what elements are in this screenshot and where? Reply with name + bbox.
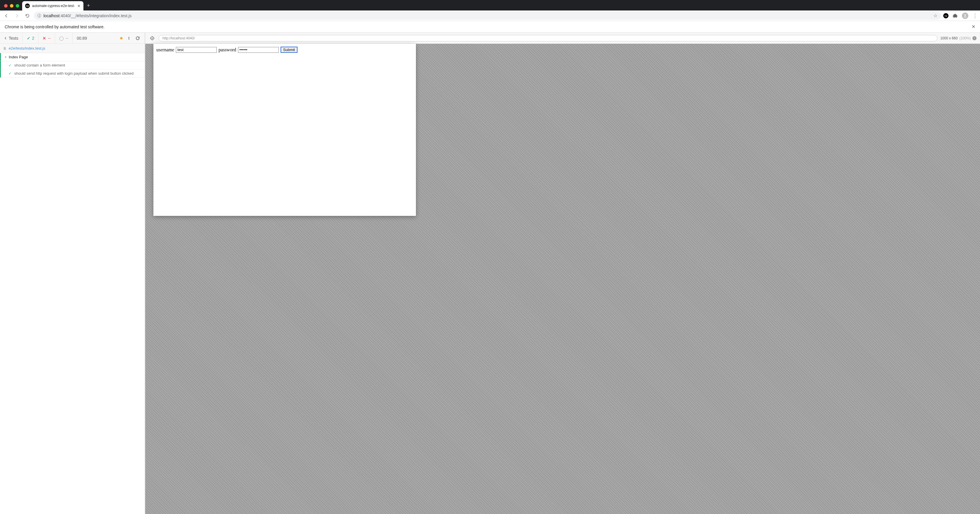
maximize-window-icon[interactable] [16, 4, 19, 8]
close-window-icon[interactable] [4, 4, 8, 8]
suite-title: Index Page [9, 55, 28, 59]
status-dot-icon [120, 37, 123, 40]
reload-button[interactable] [23, 12, 32, 19]
test-row[interactable]: ✓ should send http request with login pa… [0, 69, 145, 78]
submit-button[interactable]: Submit [281, 47, 298, 53]
browser-tab-bar: cy automate-cypress-e2e-test-or ✕ + [0, 0, 980, 11]
spec-file-row[interactable]: e2e/tests/index.test.js [0, 44, 145, 53]
login-form: username password Submit [153, 44, 416, 56]
pending-count: ◯ -- [55, 33, 73, 43]
cypress-favicon-icon: cy [25, 3, 30, 8]
svg-rect-1 [129, 37, 129, 39]
circle-icon: ◯ [59, 36, 64, 41]
test-title: should send http request with login payl… [14, 71, 134, 76]
aut-header: http://localhost:4040/ 1000 x 660 (100%)… [145, 33, 980, 44]
new-tab-button[interactable]: + [83, 3, 94, 11]
selector-playground-icon[interactable] [149, 36, 156, 41]
cypress-app: Tests ✓ 2 ✕ -- ◯ -- 00.89 [0, 33, 980, 514]
username-input[interactable] [176, 47, 217, 53]
caret-down-icon: ▼ [5, 56, 7, 59]
close-banner-icon[interactable]: ✕ [972, 24, 975, 29]
cypress-extension-icon[interactable]: cy [943, 13, 948, 18]
restart-tests-icon[interactable] [135, 36, 140, 41]
username-label: username [156, 47, 174, 53]
aut-url-bar[interactable]: http://localhost:4040/ [159, 35, 937, 41]
check-icon: ✓ [8, 63, 11, 67]
tab-title: automate-cypress-e2e-test-or [32, 4, 75, 8]
duration-value: 00.89 [77, 36, 87, 41]
url-text: localhost:4040/__/#/tests/integration/in… [43, 13, 132, 18]
check-icon: ✓ [27, 36, 30, 41]
reporter-panel: Tests ✓ 2 ✕ -- ◯ -- 00.89 [0, 33, 145, 514]
extensions-icon[interactable] [953, 13, 958, 18]
passed-count: ✓ 2 [23, 33, 39, 43]
automation-banner: Chrome is being controlled by automated … [0, 21, 980, 33]
window-controls [2, 4, 22, 11]
back-button[interactable] [2, 12, 11, 19]
browser-menu-icon[interactable]: ⋮ [972, 13, 978, 19]
svg-point-3 [152, 38, 153, 38]
viewport-scale: (100%) [959, 36, 970, 40]
site-info-icon[interactable]: i [37, 14, 41, 18]
close-tab-icon[interactable]: ✕ [77, 4, 81, 8]
automation-banner-text: Chrome is being controlled by automated … [5, 24, 104, 29]
check-icon: ✓ [8, 72, 11, 76]
toolbar-actions: cy ⋮ [943, 13, 978, 19]
info-icon[interactable]: i [972, 36, 977, 40]
failed-count: ✕ -- [38, 33, 55, 43]
browser-tab[interactable]: cy automate-cypress-e2e-test-or ✕ [22, 1, 83, 11]
suite-row[interactable]: ▼ Index Page [0, 53, 145, 61]
profile-avatar-icon[interactable] [962, 13, 968, 19]
aut-iframe: username password Submit [153, 44, 416, 216]
pending-number: -- [65, 36, 68, 41]
address-bar[interactable]: i localhost:4040/__/#/tests/integration/… [34, 12, 941, 20]
stats-bar: Tests ✓ 2 ✕ -- ◯ -- 00.89 [0, 33, 145, 44]
tests-link-label: Tests [9, 36, 18, 41]
aut-viewport-area: username password Submit [145, 44, 980, 514]
viewport-dimensions: 1000 x 660 [940, 36, 958, 40]
test-title: should contain a form element [14, 63, 65, 67]
viewport-toggle-icon[interactable] [127, 36, 130, 41]
passed-number: 2 [32, 36, 34, 41]
aut-panel: http://localhost:4040/ 1000 x 660 (100%)… [145, 33, 980, 514]
back-to-tests-button[interactable]: Tests [0, 33, 23, 43]
duration: 00.89 [73, 33, 91, 43]
bookmark-star-icon[interactable]: ☆ [933, 13, 937, 18]
x-icon: ✕ [43, 36, 46, 41]
spec-file-path: e2e/tests/index.test.js [9, 46, 45, 51]
browser-toolbar: i localhost:4040/__/#/tests/integration/… [0, 11, 980, 21]
failed-number: -- [48, 36, 51, 41]
svg-point-0 [964, 14, 966, 16]
viewport-info: 1000 x 660 (100%) i [940, 36, 977, 40]
password-input[interactable] [238, 47, 279, 53]
forward-button[interactable] [13, 12, 21, 19]
file-icon [3, 46, 6, 51]
aut-url-text: http://localhost:4040/ [162, 36, 195, 40]
minimize-window-icon[interactable] [10, 4, 13, 8]
password-label: password [218, 47, 236, 53]
test-row[interactable]: ✓ should contain a form element [0, 61, 145, 69]
